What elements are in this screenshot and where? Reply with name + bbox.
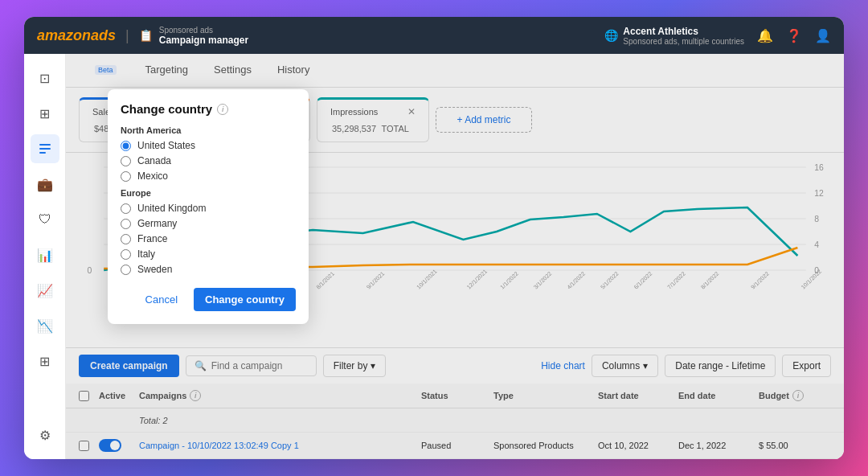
modal-title: Change country i	[121, 102, 296, 116]
sidebar-item-reports[interactable]: 📊	[31, 240, 59, 269]
app-window: amazonads | 📋 Sponsored ads Campaign man…	[24, 17, 844, 459]
radio-canada[interactable]: Canada	[121, 155, 296, 166]
sidebar-item-portfolios[interactable]: 💼	[31, 170, 59, 199]
notification-icon[interactable]: 🔔	[757, 28, 773, 43]
svg-rect-1	[39, 148, 51, 150]
globe-icon: 🌐	[604, 29, 618, 42]
sidebar-item-shield[interactable]: 🛡	[31, 205, 59, 234]
campaign-manager-label: Campaign manager	[159, 35, 248, 46]
svg-rect-0	[39, 144, 51, 146]
sponsored-ads-label: Sponsored ads	[159, 26, 248, 35]
sidebar-item-campaigns[interactable]	[31, 134, 59, 163]
campaign-manager-text-group: Sponsored ads Campaign manager	[159, 26, 248, 46]
change-country-modal: Change country i North America United St…	[108, 89, 309, 324]
header: amazonads | 📋 Sponsored ads Campaign man…	[24, 17, 844, 54]
sidebar-item-settings[interactable]: ⚙	[31, 421, 59, 449]
svg-rect-2	[39, 152, 46, 154]
header-right: 🌐 Accent Athletics Sponsored ads, multip…	[604, 26, 831, 46]
main-layout: ⊡ ⊞ 💼 🛡 📊 📈 📉 ⊞ ⚙ Beta Targeting	[24, 54, 844, 459]
sidebar-item-home[interactable]: ⊡	[31, 64, 59, 92]
account-name: Accent Athletics	[623, 26, 744, 37]
modal-buttons: Cancel Change country	[121, 288, 296, 311]
radio-italy[interactable]: Italy	[121, 248, 296, 260]
sidebar-item-barchart[interactable]: 📉	[31, 311, 59, 340]
sidebar: ⊡ ⊞ 💼 🛡 📊 📈 📉 ⊞ ⚙	[24, 54, 66, 459]
header-left: amazonads | 📋 Sponsored ads Campaign man…	[37, 26, 248, 46]
content-area: Beta Targeting Settings History Sales	[66, 54, 844, 459]
header-app-info: 📋 Sponsored ads Campaign manager	[139, 26, 248, 46]
radio-germany[interactable]: Germany	[121, 218, 296, 229]
region-north-america: North America	[121, 125, 296, 135]
amazon-ads-logo: amazonads	[37, 27, 116, 44]
user-icon[interactable]: 👤	[815, 28, 831, 43]
radio-uk[interactable]: United Kingdom	[121, 203, 296, 214]
help-icon[interactable]: ❓	[786, 28, 802, 43]
account-sub: Sponsored ads, multiple countries	[623, 37, 744, 46]
sidebar-item-apps[interactable]: ⊞	[31, 347, 59, 375]
campaign-manager-icon: 📋	[139, 29, 153, 42]
sidebar-item-grid[interactable]: ⊞	[31, 99, 59, 128]
account-info[interactable]: 🌐 Accent Athletics Sponsored ads, multip…	[604, 26, 744, 46]
radio-france[interactable]: France	[121, 233, 296, 244]
radio-united-states[interactable]: United States	[121, 140, 296, 151]
modal-info-icon: i	[217, 104, 228, 115]
change-country-confirm-button[interactable]: Change country	[194, 288, 296, 311]
radio-sweden[interactable]: Sweden	[121, 264, 296, 275]
radio-mexico[interactable]: Mexico	[121, 170, 296, 182]
region-europe: Europe	[121, 188, 296, 198]
sidebar-item-trending[interactable]: 📈	[31, 276, 59, 305]
cancel-button[interactable]: Cancel	[136, 288, 187, 311]
